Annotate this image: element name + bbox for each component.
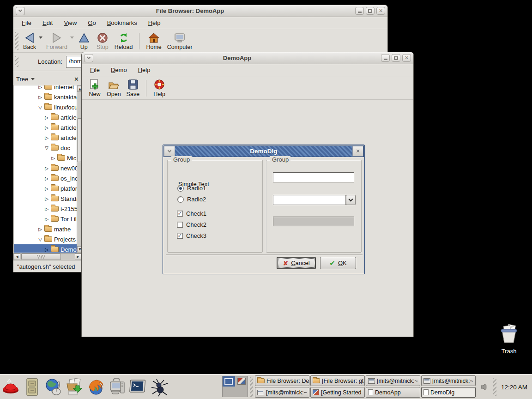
menu-help[interactable]: Help [138, 66, 151, 73]
check3-row[interactable]: Check3 [177, 232, 206, 239]
tree-item[interactable]: mathe [14, 224, 77, 234]
expander-icon[interactable] [37, 95, 43, 100]
mozilla-launcher[interactable] [85, 376, 106, 398]
text-input[interactable] [273, 172, 354, 182]
tree-item[interactable]: internet [14, 85, 77, 92]
speaker-icon[interactable] [480, 383, 489, 391]
task-demo-app[interactable]: DemoApp [366, 387, 420, 398]
tree-item[interactable]: Tor Lil [14, 214, 77, 224]
menu-view[interactable]: View [64, 19, 77, 26]
check1-row[interactable]: Check1 [177, 210, 206, 217]
save-button[interactable]: Save [124, 78, 143, 98]
window-menu-button[interactable] [84, 54, 93, 62]
tree-item[interactable]: Mic [14, 153, 77, 163]
expander-icon[interactable] [43, 166, 50, 171]
expander-icon[interactable] [43, 135, 50, 140]
expander-icon[interactable] [43, 145, 50, 151]
maximize-button[interactable] [366, 7, 375, 15]
menu-bookmarks[interactable]: Bookmarks [107, 19, 137, 26]
tree-horizontal-scrollbar[interactable]: ◀ ▶ [13, 253, 82, 260]
tree-item[interactable]: article [14, 133, 77, 143]
file-browser-titlebar[interactable]: File Browser: DemoApp ✕ [13, 5, 387, 17]
expander-icon[interactable] [43, 176, 50, 181]
close-button[interactable]: ✕ [402, 54, 411, 62]
reload-button[interactable]: Reload [112, 31, 136, 51]
terminal-launcher[interactable] [127, 376, 149, 398]
expander-icon[interactable] [43, 115, 50, 120]
workspace-3[interactable] [223, 387, 235, 397]
forward-history-dropdown[interactable] [70, 36, 74, 39]
sidepane-selector[interactable]: Tree [16, 76, 28, 83]
demo-app-titlebar[interactable]: DemoApp ✕ [82, 52, 413, 64]
task-file-browser-min[interactable]: [File Browser: gt [310, 375, 365, 386]
checkbox-checked[interactable] [177, 211, 183, 217]
scroll-right-icon[interactable]: ▶ [75, 254, 81, 260]
expander-icon[interactable] [37, 237, 43, 242]
checkbox[interactable] [177, 222, 183, 228]
menu-help[interactable]: Help [148, 19, 161, 26]
tree-item[interactable]: kantakta [14, 92, 77, 102]
combo-box-input[interactable] [273, 195, 346, 205]
workspace-4[interactable] [236, 387, 248, 397]
help-button[interactable]: Help [150, 78, 169, 98]
scrollbar-thumb[interactable] [21, 254, 61, 260]
checkbox-checked[interactable] [177, 233, 183, 239]
computer-button[interactable]: Computer [164, 31, 195, 51]
expander-icon[interactable] [37, 227, 43, 232]
sidepane-close-icon[interactable]: ✕ [74, 76, 79, 83]
close-button[interactable]: ✕ [376, 7, 385, 15]
panel-grip[interactable] [250, 377, 253, 397]
minimize-button[interactable] [355, 7, 364, 15]
menu-file[interactable]: File [90, 66, 100, 73]
tree-item[interactable]: os_inc [14, 173, 77, 183]
tree-item[interactable]: doc [14, 143, 77, 153]
ok-button[interactable]: ✔ OK [320, 257, 356, 269]
task-file-browser[interactable]: File Browser: De [255, 375, 309, 386]
task-terminal-3[interactable]: [mits@mitnick:~ [255, 387, 309, 398]
clock[interactable]: 12:20 AM [501, 384, 530, 391]
tree-item[interactable]: Projects [14, 234, 77, 244]
menu-edit[interactable]: Edit [42, 19, 53, 26]
task-demo-dlg[interactable]: DemoDlg [421, 387, 476, 398]
expander-icon[interactable] [50, 156, 56, 161]
task-getting-started[interactable]: [Getting Started [310, 387, 365, 398]
panel-grip[interactable] [493, 378, 496, 396]
cancel-button[interactable]: ✘ Cancel [277, 257, 316, 269]
stop-button[interactable]: Stop [93, 31, 112, 51]
back-history-dropdown[interactable] [39, 36, 42, 39]
menu-demo[interactable]: Demo [111, 66, 127, 73]
tree-item-selected[interactable]: Demo [14, 244, 77, 253]
location-bar-grip[interactable] [15, 56, 18, 67]
radio-button[interactable] [177, 196, 184, 203]
check2-row[interactable]: Check2 [177, 221, 206, 228]
bug-tool-launcher[interactable] [149, 376, 170, 398]
back-button[interactable]: Back [20, 31, 39, 51]
window-menu-button[interactable] [16, 7, 25, 15]
menu-file[interactable]: File [22, 19, 31, 26]
package-manager-launcher[interactable] [64, 376, 85, 398]
hardware-browser-launcher[interactable] [106, 376, 127, 398]
workspace-2[interactable] [236, 376, 248, 387]
forward-button[interactable]: Forward [43, 31, 70, 51]
tree-item[interactable]: linuxfocu [14, 102, 77, 112]
radio-button-selected[interactable] [177, 185, 184, 192]
expander-icon[interactable] [43, 196, 50, 201]
demo-dlg-titlebar[interactable]: DemoDlg ✕ [163, 145, 364, 157]
tree-item[interactable]: t-2155 [14, 204, 77, 214]
task-terminal-2[interactable]: [mits@mitnick:~ [421, 375, 476, 386]
maximize-button[interactable] [392, 54, 400, 62]
close-button[interactable]: ✕ [352, 146, 363, 157]
trash-desktop-icon[interactable]: Trash [495, 323, 523, 355]
expander-icon[interactable] [43, 247, 50, 252]
workspace-switcher[interactable] [222, 376, 248, 397]
home-button[interactable]: Home [143, 31, 164, 51]
open-button[interactable]: Open [104, 78, 124, 98]
combo-dropdown-button[interactable] [346, 195, 356, 205]
radio2-row[interactable]: Radio2 [177, 196, 206, 203]
file-manager-launcher[interactable] [21, 376, 42, 398]
workspace-1-active[interactable] [223, 376, 235, 387]
menu-go[interactable]: Go [88, 19, 96, 26]
expander-icon[interactable] [43, 125, 50, 130]
radio1-row[interactable]: Radio1 [177, 185, 206, 192]
scroll-left-icon[interactable]: ◀ [14, 254, 20, 260]
